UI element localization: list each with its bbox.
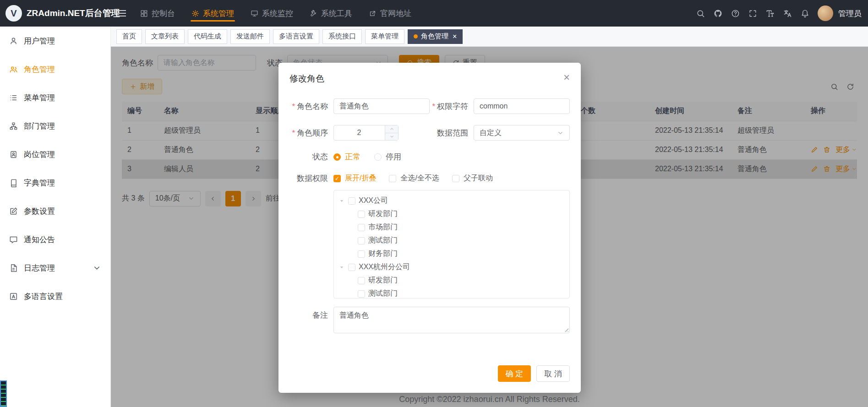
help-button[interactable]	[727, 5, 743, 22]
caret-down-icon[interactable]	[338, 198, 345, 204]
increment-button[interactable]	[385, 125, 398, 133]
tab-home[interactable]: 首页	[116, 29, 142, 44]
tab-system-api[interactable]: 系统接口	[322, 29, 362, 44]
tree-node-dept[interactable]: 测试部门	[338, 234, 565, 247]
confirm-button[interactable]: 确 定	[498, 365, 531, 382]
decrement-button[interactable]	[385, 133, 398, 141]
sidebar-item-users[interactable]: 用户管理	[0, 27, 110, 55]
remark-field-label: 备注	[289, 310, 333, 320]
text-size-icon	[766, 9, 775, 18]
chevron-up-icon	[389, 126, 394, 131]
tree-checkbox[interactable]	[348, 197, 355, 205]
expand-collapse-checkbox[interactable]: ✓ 展开/折叠	[333, 174, 376, 183]
params-edit-icon	[9, 207, 18, 216]
font-size-button[interactable]	[762, 5, 778, 22]
tree-node-label: 测试部门	[368, 236, 398, 245]
data-scope-select[interactable]: 自定义	[474, 125, 570, 141]
tree-checkbox[interactable]	[358, 211, 365, 218]
tree-checkbox[interactable]	[358, 224, 365, 231]
sidebar-item-menus[interactable]: 菜单管理	[0, 83, 110, 112]
tree-node-label: 研发部门	[368, 209, 398, 219]
sidebar-item-posts[interactable]: 岗位管理	[0, 140, 110, 168]
sidebar-item-label: 参数设置	[24, 206, 55, 217]
tab-label: 首页	[122, 32, 136, 41]
dashboard-icon	[140, 10, 148, 17]
topbar-actions: 管理员	[692, 5, 868, 22]
remark-textarea[interactable]: 普通角色	[333, 307, 570, 333]
perm-char-field[interactable]: common	[474, 98, 570, 114]
tree-node-branch[interactable]: XXX杭州分公司	[338, 260, 565, 274]
sidebar-item-label: 岗位管理	[24, 149, 55, 160]
tree-node-dept[interactable]: 研发部门	[338, 207, 565, 221]
search-button[interactable]	[692, 5, 709, 22]
tree-checkbox[interactable]	[358, 237, 365, 244]
sidebar-item-dictionary[interactable]: 字典管理	[0, 168, 110, 197]
menu-list-icon	[9, 93, 18, 102]
nav-item-system-tools[interactable]: 系统工具	[301, 0, 360, 27]
tree-checkbox[interactable]	[358, 250, 365, 258]
sidebar-toggle-button[interactable]	[111, 0, 132, 27]
nav-label: 系统工具	[321, 8, 352, 19]
sidebar-item-parameters[interactable]: 参数设置	[0, 197, 110, 225]
notifications-button[interactable]	[797, 5, 813, 22]
role-name-field[interactable]: 普通角色	[333, 98, 430, 114]
sidebar-item-label: 多语言设置	[24, 291, 63, 302]
tree-node-dept[interactable]: 市场部门	[338, 221, 565, 234]
nav-item-system-management[interactable]: 系统管理	[183, 0, 242, 27]
parent-child-link-checkbox[interactable]: 父子联动	[452, 174, 493, 183]
perm-char-field-value: common	[480, 102, 508, 110]
post-badge-icon	[9, 150, 18, 159]
tree-node-company[interactable]: XXX公司	[338, 194, 565, 207]
avatar[interactable]	[818, 5, 833, 21]
dialog-body: 角色名称 普通角色 权限字符 common 角色顺序 2	[278, 85, 581, 333]
status-radio-disabled[interactable]: 停用	[374, 152, 401, 162]
role-order-field-label: 角色顺序	[289, 128, 333, 138]
dialog-title: 修改角色	[289, 73, 324, 85]
sidebar-item-roles[interactable]: 角色管理	[0, 55, 110, 83]
tab-roles-active[interactable]: 角色管理 ×	[408, 29, 463, 44]
sidebar-item-languages[interactable]: 多语言设置	[0, 282, 110, 310]
tab-languages[interactable]: 多语言设置	[273, 29, 319, 44]
top-header: V ZRAdmin.NET后台管理 控制台 系统管理 系统监控 系统工具	[0, 0, 868, 27]
caret-down-icon[interactable]	[338, 264, 345, 271]
sidebar-item-logs[interactable]: 日志管理	[0, 254, 110, 282]
tab-menus[interactable]: 菜单管理	[365, 29, 404, 44]
cancel-button[interactable]: 取 消	[536, 365, 570, 382]
sidebar-item-notices[interactable]: 通知公告	[0, 225, 110, 254]
tree-checkbox[interactable]	[358, 277, 365, 284]
dictionary-icon	[9, 179, 18, 187]
tree-checkbox[interactable]	[358, 290, 365, 298]
sidebar-item-departments[interactable]: 部门管理	[0, 112, 110, 140]
user-name[interactable]: 管理员	[838, 8, 862, 19]
status-radio-normal[interactable]: 正常	[333, 152, 360, 162]
select-all-checkbox[interactable]: 全选/全不选	[389, 174, 439, 183]
tree-checkbox[interactable]	[348, 264, 355, 271]
nav-item-system-monitor[interactable]: 系统监控	[242, 0, 301, 27]
tab-send-mail[interactable]: 发送邮件	[230, 29, 270, 44]
app-window: V ZRAdmin.NET后台管理 控制台 系统管理 系统监控 系统工具	[0, 0, 868, 407]
nav-item-console[interactable]: 控制台	[132, 0, 183, 27]
nav-item-official-site[interactable]: 官网地址	[360, 0, 420, 27]
role-order-input[interactable]: 2	[333, 125, 399, 141]
tab-codegen[interactable]: 代码生成	[188, 29, 227, 44]
tab-label: 代码生成	[194, 32, 221, 41]
github-button[interactable]	[710, 5, 726, 22]
app-logo[interactable]: V ZRAdmin.NET后台管理	[0, 5, 111, 22]
tree-node-dept[interactable]: 测试部门	[338, 287, 565, 298]
radio-icon	[333, 153, 341, 161]
fullscreen-icon	[748, 9, 757, 18]
fullscreen-button[interactable]	[744, 5, 761, 22]
close-icon[interactable]: ×	[453, 33, 457, 40]
tree-node-label: 市场部门	[368, 222, 398, 232]
tab-label: 角色管理	[421, 32, 448, 41]
language-switch-button[interactable]	[779, 5, 796, 22]
tree-node-dept[interactable]: 研发部门	[338, 274, 565, 287]
checkbox-label: 全选/全不选	[400, 174, 439, 183]
sidebar-item-label: 角色管理	[24, 64, 55, 75]
radio-label: 停用	[386, 152, 401, 162]
role-name-field-label: 角色名称	[289, 101, 333, 112]
tab-articles[interactable]: 文章列表	[145, 29, 185, 44]
tree-node-dept[interactable]: 财务部门	[338, 247, 565, 260]
dialog-close-button[interactable]: ×	[563, 73, 570, 81]
active-dot-icon	[414, 34, 418, 38]
